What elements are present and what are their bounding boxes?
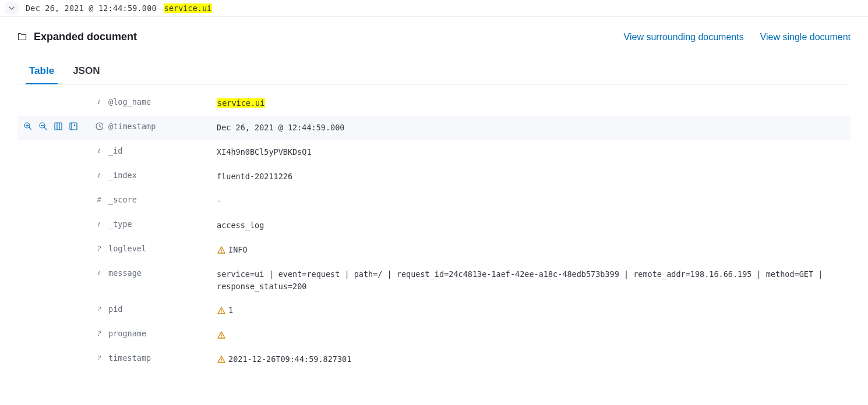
field-value: Dec 26, 2021 @ 12:44:59.000 — [217, 122, 851, 134]
field-value-text: Dec 26, 2021 @ 12:44:59.000 — [217, 123, 344, 132]
warning-icon — [217, 331, 225, 339]
field-name: progname — [106, 329, 217, 338]
field-value-text: 1 — [228, 305, 233, 315]
field-value: 2021-12-26T09:44:59.827301 — [217, 353, 851, 365]
field-row: tmessageservice=ui | event=request | pat… — [17, 262, 851, 299]
field-type-icon: ? — [92, 304, 106, 314]
field-value: service=ui | event=request | path=/ | re… — [217, 268, 851, 293]
field-value-text: service=ui | event=request | path=/ | re… — [217, 269, 823, 291]
field-value-text: 2021-12-26T09:44:59.827301 — [228, 354, 351, 364]
zoomout-icon[interactable] — [38, 122, 48, 131]
field-type-icon: t — [92, 268, 106, 278]
field-row: #_score - — [17, 189, 851, 214]
warning-icon — [217, 306, 225, 314]
filter-icon[interactable] — [69, 122, 78, 131]
field-row: t_indexfluentd-20211226 — [17, 165, 851, 189]
field-name: _id — [106, 146, 217, 155]
collapse-button[interactable] — [5, 2, 19, 14]
field-table: t@log_nameservice.ui@timestampDec 26, 20… — [17, 91, 851, 372]
field-name: timestamp — [106, 353, 217, 363]
field-value-text: - — [217, 196, 221, 205]
field-value — [217, 329, 851, 341]
field-name: message — [106, 268, 217, 278]
row-source-highlight: service.ui — [164, 3, 212, 13]
field-type-icon: t — [92, 219, 106, 229]
field-type-icon: ? — [92, 244, 106, 253]
field-value-text: fluentd-20211226 — [217, 172, 292, 181]
field-value: access_log — [217, 219, 851, 232]
expanded-document: Expanded document View surrounding docum… — [0, 17, 868, 389]
field-row: @timestampDec 26, 2021 @ 12:44:59.000 — [17, 116, 851, 140]
tab-table[interactable]: Table — [28, 59, 55, 84]
field-row: ?timestamp2021-12-26T09:44:59.827301 — [17, 347, 851, 372]
field-type-icon: t — [92, 170, 106, 180]
field-value: fluentd-20211226 — [217, 170, 851, 183]
field-name: _index — [106, 170, 217, 180]
field-row: t@log_nameservice.ui — [17, 91, 851, 116]
field-row: ?loglevelINFO — [17, 238, 851, 262]
chevron-down-icon — [7, 3, 16, 13]
field-value-text: INFO — [228, 245, 248, 254]
field-type-icon: t — [92, 146, 106, 155]
field-value-text: access_log — [217, 221, 264, 230]
field-type-icon: ? — [92, 329, 106, 338]
field-value: INFO — [217, 244, 851, 256]
tab-json[interactable]: JSON — [72, 59, 101, 84]
view-single-link[interactable]: View single document — [760, 32, 851, 42]
field-name: @timestamp — [106, 122, 217, 131]
columns-icon[interactable] — [54, 122, 63, 131]
field-name: @log_name — [106, 97, 217, 106]
warning-icon — [217, 355, 225, 363]
field-value: 1 — [217, 304, 851, 317]
field-value: - — [217, 195, 851, 207]
view-surrounding-link[interactable]: View surrounding documents — [624, 32, 744, 42]
field-actions — [21, 122, 92, 131]
warning-icon — [217, 246, 225, 254]
row-timestamp: Dec 26, 2021 @ 12:44:59.000 — [26, 3, 157, 13]
field-row: ?progname — [17, 323, 851, 347]
field-value-text: XI4h9n0BCl5yPVBKDsQ1 — [217, 147, 312, 157]
field-row: t_typeaccess_log — [17, 214, 851, 238]
field-type-icon: # — [92, 195, 106, 204]
expanded-document-title: Expanded document — [34, 31, 137, 43]
field-name: pid — [106, 304, 217, 314]
doc-tabs: Table JSON — [17, 59, 851, 84]
field-value: service.ui — [217, 97, 851, 109]
field-type-icon — [92, 122, 106, 130]
field-name: _score — [106, 195, 217, 204]
field-type-icon: ? — [92, 353, 106, 363]
zoomin-icon[interactable] — [23, 122, 33, 131]
folder-open-icon — [17, 32, 28, 42]
field-name: _type — [106, 219, 217, 229]
field-type-icon: t — [92, 97, 106, 106]
field-row: t_idXI4h9n0BCl5yPVBKDsQ1 — [17, 140, 851, 165]
field-value-text: service.ui — [217, 98, 265, 108]
field-row: ?pid1 — [17, 299, 851, 323]
field-name: loglevel — [106, 244, 217, 253]
result-row: Dec 26, 2021 @ 12:44:59.000 service.ui — [0, 0, 868, 17]
field-value: XI4h9n0BCl5yPVBKDsQ1 — [217, 146, 851, 158]
